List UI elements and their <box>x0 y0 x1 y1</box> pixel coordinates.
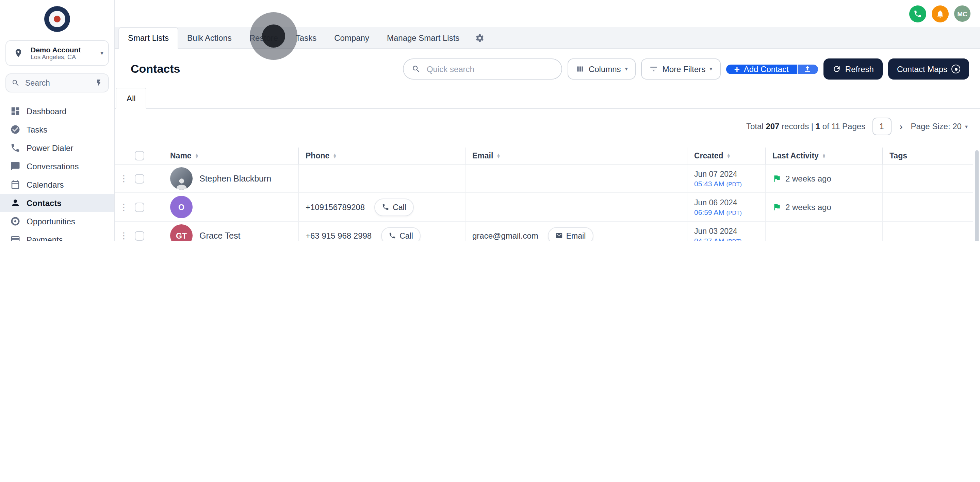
tags-cell <box>882 222 973 241</box>
next-page-button[interactable]: › <box>898 121 904 132</box>
header-controls: Columns ▾ More Filters ▾ + Add Contact <box>403 59 969 79</box>
target-icon <box>10 216 21 227</box>
table-header-row: Name▲▼ Phone▲▼ Email▲▼ Created▲▼ Last Ac… <box>115 147 973 165</box>
app-logo[interactable] <box>44 6 70 32</box>
main-content: MC Smart Lists Bulk Actions Restore Task… <box>115 0 980 241</box>
contact-name[interactable]: Stephen Blackburn <box>199 174 271 183</box>
sidebar-nav-item[interactable]: Opportunities <box>0 212 115 230</box>
table-row[interactable]: ⋮ O +10 <box>115 193 973 222</box>
phone-call-button[interactable] <box>909 5 926 22</box>
select-all-checkbox[interactable] <box>135 151 144 160</box>
sort-icon[interactable]: ▲▼ <box>822 153 826 159</box>
contact-name[interactable]: Grace Test <box>199 231 240 240</box>
row-drag-handle-icon[interactable]: ⋮ <box>119 173 128 184</box>
sidebar-search-input[interactable] <box>24 78 91 88</box>
sidebar-nav-item[interactable]: Calendars <box>0 175 115 194</box>
table-row[interactable]: ⋮ Stephen Blackburn <box>115 165 973 193</box>
page-header: Contacts Columns ▾ More Filters ▾ <box>115 49 980 88</box>
tags-cell <box>882 165 973 192</box>
topbar-tab[interactable]: Manage Smart Lists <box>378 27 468 48</box>
sort-icon[interactable]: ▲▼ <box>195 153 199 159</box>
topbar-tab[interactable]: Smart Lists <box>118 27 178 49</box>
user-avatar[interactable]: MC <box>954 5 970 22</box>
account-switcher[interactable]: Demo Account Los Angeles, CA ▾ <box>5 40 109 66</box>
sidebar-search[interactable] <box>5 73 109 92</box>
last-activity: 2 weeks ago <box>772 174 831 183</box>
columns-icon <box>576 65 585 73</box>
person-photo-icon <box>174 176 189 190</box>
more-filters-button[interactable]: More Filters ▾ <box>641 59 721 79</box>
notifications-button[interactable] <box>932 5 949 22</box>
refresh-button[interactable]: Refresh <box>824 59 883 79</box>
created-time: 05:43 AM (PDT) <box>694 179 742 187</box>
person-icon <box>10 198 21 208</box>
call-button[interactable]: Call <box>381 227 421 241</box>
contact-maps-button[interactable]: Contact Maps <box>888 59 969 79</box>
smartlist-tabs-bar: Smart Lists Bulk Actions Restore Tasks C… <box>115 27 980 49</box>
import-contacts-button[interactable] <box>798 64 818 74</box>
row-checkbox[interactable] <box>135 202 144 212</box>
email-button[interactable]: Email <box>548 227 593 241</box>
tags-cell <box>882 193 973 221</box>
quick-actions-bolt-icon[interactable] <box>95 79 103 87</box>
dialer-icon <box>10 143 21 153</box>
row-checkbox[interactable] <box>135 231 144 240</box>
sidebar-nav-item[interactable]: Tasks <box>0 121 115 139</box>
topbar-tab[interactable]: Restore <box>240 27 287 48</box>
chat-icon <box>10 161 21 171</box>
sidebar-nav-item[interactable]: Contacts <box>0 194 115 212</box>
topbar-tab[interactable]: Company <box>325 27 378 48</box>
add-contact-group: + Add Contact <box>726 64 818 74</box>
call-button[interactable]: Call <box>374 198 414 216</box>
sidebar-nav-item[interactable]: Dashboard <box>0 102 115 121</box>
map-marker-icon <box>951 65 960 73</box>
location-pin-icon <box>11 45 26 61</box>
chevron-down-icon: ▾ <box>625 66 628 72</box>
table-row[interactable]: ⋮ GT Grace Test <box>115 222 973 241</box>
quick-search[interactable] <box>403 59 562 79</box>
sidebar-nav-item[interactable]: Payments <box>0 230 115 241</box>
plus-icon: + <box>734 64 740 74</box>
sort-icon[interactable]: ▲▼ <box>727 153 730 159</box>
created-date: Jun 06 2024 <box>694 198 737 206</box>
sidebar: Demo Account Los Angeles, CA ▾ Dashboard… <box>0 0 115 241</box>
add-contact-button[interactable]: + Add Contact <box>726 64 797 74</box>
tasks-icon <box>10 124 21 135</box>
smartlist-settings-gear-icon[interactable] <box>468 27 492 48</box>
topbar-tab[interactable]: Bulk Actions <box>178 27 240 48</box>
search-icon <box>11 79 20 87</box>
card-icon <box>10 235 21 241</box>
avatar: O <box>170 196 192 218</box>
flag-icon <box>772 174 781 183</box>
phone-icon <box>382 203 389 211</box>
page-number-input[interactable]: 1 <box>872 117 891 135</box>
phone-number: +109156789208 <box>305 202 365 212</box>
phone-number: +63 915 968 2998 <box>305 231 372 240</box>
chevron-down-icon: ▾ <box>965 124 968 130</box>
flag-icon <box>772 203 781 211</box>
topbar-tab[interactable]: Tasks <box>287 27 325 48</box>
sort-icon[interactable]: ▲▼ <box>496 153 500 159</box>
avatar <box>170 167 192 190</box>
sidebar-nav-item[interactable]: Power Dialer <box>0 139 115 157</box>
account-location: Los Angeles, CA <box>30 54 81 60</box>
row-checkbox[interactable] <box>135 174 144 183</box>
bell-icon <box>936 9 945 18</box>
last-activity: 2 weeks ago <box>772 202 831 212</box>
smart-list-tabs: All <box>115 88 980 109</box>
created-date: Jun 07 2024 <box>694 170 737 178</box>
sidebar-nav-item[interactable]: Conversations <box>0 157 115 175</box>
page-size-select[interactable]: Page Size: 20 ▾ <box>911 122 968 131</box>
chevron-down-icon: ▾ <box>710 66 712 72</box>
refresh-icon <box>832 65 841 73</box>
row-drag-handle-icon[interactable]: ⋮ <box>119 230 128 241</box>
quick-search-input[interactable] <box>425 63 553 75</box>
scrollbar-thumb[interactable] <box>975 150 978 241</box>
row-drag-handle-icon[interactable]: ⋮ <box>119 202 128 212</box>
upload-icon <box>803 65 812 73</box>
top-strip: MC <box>115 0 980 27</box>
tab-all[interactable]: All <box>116 88 147 109</box>
columns-button[interactable]: Columns ▾ <box>568 59 636 79</box>
account-name: Demo Account <box>30 46 81 54</box>
sort-icon[interactable]: ▲▼ <box>333 153 337 159</box>
